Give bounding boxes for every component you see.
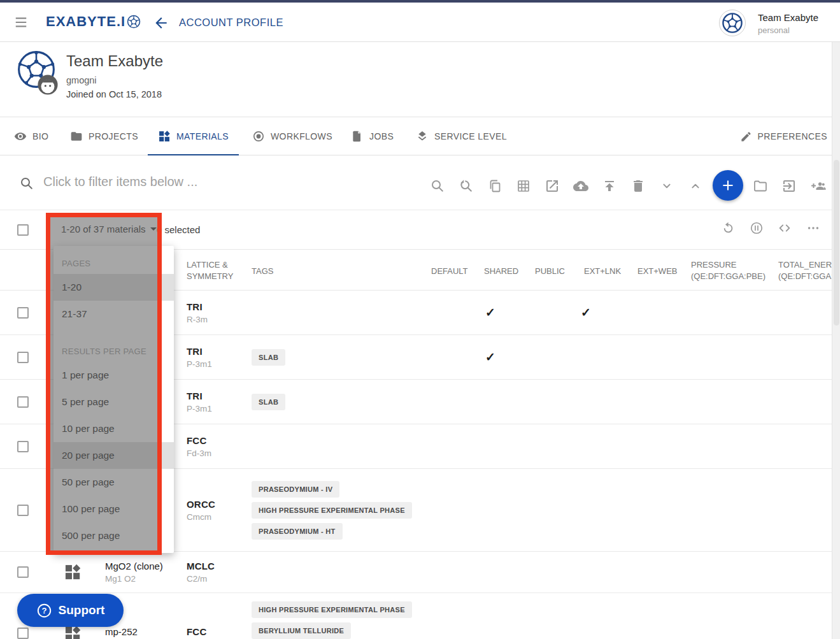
exabyte-logo[interactable]: EXABYTE.I <box>46 13 141 30</box>
menu-item-50-per-page[interactable]: 50 per page <box>53 469 174 496</box>
menu-item-21-37[interactable]: 21-37 <box>53 301 174 327</box>
tab-label: MATERIALS <box>176 131 229 141</box>
lattice-cell: FCCFd-3m <box>187 424 211 468</box>
rotate-left-button[interactable] <box>721 221 735 235</box>
rotate-left-icon <box>721 221 735 235</box>
user-avatar[interactable] <box>719 10 746 36</box>
tab-workflows[interactable]: WORKFLOWS <box>242 117 343 155</box>
menu-item-500-per-page[interactable]: 500 per page <box>53 522 174 549</box>
search-button[interactable] <box>430 178 445 194</box>
scrollbar-thumb[interactable] <box>834 160 839 326</box>
row-checkbox[interactable] <box>17 396 29 408</box>
menu-item-20-per-page[interactable]: 20 per page <box>53 442 174 469</box>
more-horiz-button[interactable] <box>806 221 820 235</box>
tab-bio[interactable]: BIO <box>4 117 59 155</box>
pagination-menu: PAGES1-2021-37RESULTS PER PAGE1 per page… <box>53 246 174 553</box>
menu-item-5-per-page[interactable]: 5 per page <box>53 389 174 415</box>
tab-materials[interactable]: MATERIALS <box>148 117 239 155</box>
column-header-public[interactable]: PUBLIC <box>535 266 572 277</box>
copy-button[interactable] <box>487 178 502 194</box>
chevron-down-button[interactable] <box>659 178 674 194</box>
profile-name: Team Exabyte <box>66 52 163 70</box>
code-button[interactable] <box>778 221 792 235</box>
jobs-icon <box>351 130 364 143</box>
row-checkbox[interactable] <box>17 441 29 452</box>
pause-circle-button[interactable] <box>750 221 764 235</box>
column-header-ext+lnk[interactable]: EXT+LNK <box>584 266 625 277</box>
grid-icon <box>516 178 531 194</box>
topbar-user-name: Team Exabyte <box>758 12 818 23</box>
tag-chip: HIGH PRESSURE EXPERIMENTAL PHASE <box>252 502 412 519</box>
table-row[interactable]: MgO2 (clone)Mg1 O2MCLCC2/m <box>0 552 832 593</box>
group-add-button[interactable] <box>811 178 826 194</box>
eye-icon <box>14 130 27 143</box>
hamburger-menu-icon[interactable] <box>13 15 29 29</box>
delete-icon <box>630 178 646 194</box>
column-header-total_energy[interactable]: TOTAL_ENERGY (QE:DFT:GGA:PBE) <box>778 259 832 282</box>
tab-preferences[interactable]: PREFERENCES <box>730 117 837 155</box>
help-icon: ? <box>36 603 52 619</box>
publish-button[interactable] <box>602 178 617 194</box>
support-label: Support <box>59 603 105 617</box>
column-header-default[interactable]: DEFAULT <box>431 266 476 277</box>
select-all-checkbox[interactable] <box>17 224 29 236</box>
menu-item-1-per-page[interactable]: 1 per page <box>53 362 174 389</box>
material-name: MgO2 (clone) <box>105 561 185 571</box>
menu-section-gap <box>53 327 174 343</box>
chevron-down-icon <box>659 178 674 194</box>
row-checkbox[interactable] <box>17 628 29 639</box>
exit-to-app-button[interactable] <box>781 178 797 194</box>
workflow-icon <box>252 130 265 143</box>
support-button[interactable]: ? Support <box>17 594 124 627</box>
profile-joined-date: Joined on Oct 15, 2018 <box>66 89 162 99</box>
delete-button[interactable] <box>630 178 646 194</box>
window-top-strip <box>0 0 840 3</box>
tab-label: WORKFLOWS <box>271 131 332 141</box>
add-button[interactable] <box>713 170 743 201</box>
row-checkbox[interactable] <box>17 307 29 319</box>
caret-down-icon <box>150 227 157 231</box>
filter-input[interactable]: Click to filter items below ... <box>43 175 374 189</box>
menu-item-10-per-page[interactable]: 10 per page <box>53 415 174 442</box>
tab-jobs[interactable]: JOBS <box>341 117 404 155</box>
tab-service-level[interactable]: SERVICE LEVEL <box>406 117 517 155</box>
tag-chip: SLAB <box>252 349 285 366</box>
tab-label: JOBS <box>369 131 394 141</box>
top-app-bar: EXABYTE.I ACCOUNT PROFILE Team Exabyte p… <box>0 3 840 42</box>
tab-projects[interactable]: PROJECTS <box>60 117 148 155</box>
folder-outline-button[interactable] <box>753 178 768 194</box>
space-group: R-3m <box>187 315 208 324</box>
pagination-dropdown-trigger[interactable]: 1-20 of 37 materials <box>61 224 157 234</box>
row-checkbox[interactable] <box>17 352 29 363</box>
vertical-scrollbar[interactable] <box>832 42 840 639</box>
back-arrow-icon[interactable] <box>153 15 169 31</box>
table-row[interactable]: mp-252FCCHIGH PRESSURE EXPERIMENTAL PHAS… <box>0 593 832 639</box>
menu-section-header: PAGES <box>53 255 174 274</box>
lattice-type: FCC <box>187 435 211 446</box>
column-header-ext+web[interactable]: EXT+WEB <box>637 266 680 277</box>
code-icon <box>778 221 792 235</box>
cloud-upload-button[interactable] <box>573 178 588 194</box>
pause-circle-icon <box>750 221 764 235</box>
tags-cell: SLAB <box>252 335 285 379</box>
search-icon <box>19 176 34 191</box>
row-checkbox[interactable] <box>17 505 29 516</box>
column-header-lattice[interactable]: LATTICE & SYMMETRY <box>187 259 247 282</box>
folder-icon <box>70 130 83 143</box>
brand-text: EXABYTE.I <box>46 13 125 30</box>
column-header-tags[interactable]: TAGS <box>252 266 290 277</box>
profile-username: gmogni <box>66 75 97 85</box>
grid-button[interactable] <box>516 178 531 194</box>
ext-lnk-checkmark-icon: ✓ <box>576 305 595 320</box>
material-name-cell[interactable]: MgO2 (clone)Mg1 O2 <box>105 552 185 592</box>
column-header-pressure[interactable]: PRESSURE (QE:DFT:GGA:PBE) <box>691 259 772 282</box>
column-header-shared[interactable]: SHARED <box>484 266 523 277</box>
search-refresh-button[interactable] <box>459 178 474 194</box>
row-checkbox[interactable] <box>17 566 29 578</box>
tags-cell: PRASEODYMIUM - IVHIGH PRESSURE EXPERIMEN… <box>252 469 412 551</box>
chevron-up-button[interactable] <box>688 178 703 194</box>
search-icon <box>430 178 445 194</box>
menu-item-100-per-page[interactable]: 100 per page <box>53 496 174 522</box>
open-in-new-button[interactable] <box>545 178 560 194</box>
menu-item-1-20[interactable]: 1-20 <box>53 274 174 301</box>
